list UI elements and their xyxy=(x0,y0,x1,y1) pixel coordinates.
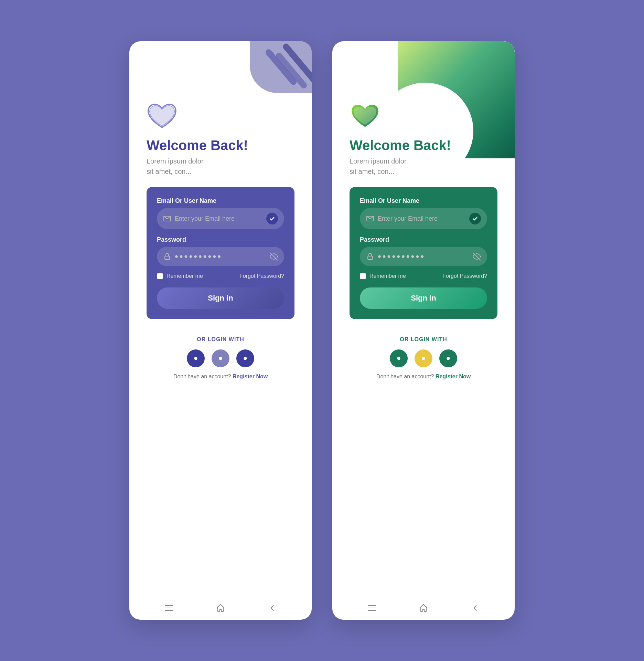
social-btn-1b[interactable] xyxy=(212,349,229,367)
email-check-2 xyxy=(469,213,481,224)
forgot-link-2[interactable]: Forgot Password? xyxy=(442,273,487,279)
form-panel-purple: Email Or User Name Password xyxy=(147,187,294,319)
social-btn-1a[interactable] xyxy=(187,349,205,367)
register-link-1[interactable]: Register Now xyxy=(233,374,268,379)
svg-point-13 xyxy=(397,357,400,360)
password-input-row-1: •••••••••• xyxy=(157,247,284,266)
menu-icon-1[interactable] xyxy=(164,603,174,613)
welcome-title-2: Welcome Back! xyxy=(350,138,497,153)
heart-icon-green xyxy=(350,103,380,131)
register-row-2: Don't have an account? Register Now xyxy=(350,374,497,380)
remember-checkbox-2[interactable] xyxy=(360,273,366,279)
back-icon-1[interactable] xyxy=(267,603,277,613)
register-link-2[interactable]: Register Now xyxy=(436,374,471,379)
svg-point-14 xyxy=(422,357,425,360)
envelope-icon-2 xyxy=(366,214,374,223)
form-panel-green: Email Or User Name Password xyxy=(350,187,497,319)
social-icons-2 xyxy=(350,349,497,367)
email-label-2: Email Or User Name xyxy=(360,197,487,204)
bottom-nav-1 xyxy=(129,596,312,620)
svg-point-15 xyxy=(447,357,450,360)
welcome-subtitle-2: Lorem ipsum dolorsit amet, con... xyxy=(350,156,497,177)
email-input-row-2 xyxy=(360,208,487,229)
email-label-1: Email Or User Name xyxy=(157,197,284,204)
password-dots-1: •••••••••• xyxy=(175,252,266,261)
signin-button-1[interactable]: Sign in xyxy=(157,287,284,309)
svg-point-4 xyxy=(219,357,222,360)
phone-card-green: Welcome Back! Lorem ipsum dolorsit amet,… xyxy=(332,41,515,620)
lock-icon-2 xyxy=(366,252,374,261)
forgot-link-1[interactable]: Forgot Password? xyxy=(239,273,284,279)
password-label-2: Password xyxy=(360,236,487,243)
remember-row-2: Remember me Forgot Password? xyxy=(360,273,487,279)
back-icon-2[interactable] xyxy=(470,603,480,613)
signin-button-2[interactable]: Sign in xyxy=(360,287,487,309)
register-text-1: Don't have an account? xyxy=(173,374,231,379)
heart-icon xyxy=(147,103,178,131)
welcome-subtitle-1: Lorem ipsum dolorsit amet, con... xyxy=(147,156,294,177)
or-login-label-2: OR LOGIN WITH xyxy=(350,336,497,343)
home-icon-1[interactable] xyxy=(216,603,225,613)
home-icon-2[interactable] xyxy=(419,603,428,613)
social-btn-2b[interactable] xyxy=(415,349,432,367)
or-login-label-1: OR LOGIN WITH xyxy=(147,336,294,343)
email-input-1[interactable] xyxy=(175,215,263,222)
password-input-row-2: •••••••••• xyxy=(360,247,487,266)
bottom-nav-2 xyxy=(332,596,515,620)
remember-row-1: Remember me Forgot Password? xyxy=(157,273,284,279)
svg-point-5 xyxy=(244,357,247,360)
svg-rect-11 xyxy=(368,256,373,260)
lock-icon-1 xyxy=(163,252,171,261)
email-input-2[interactable] xyxy=(378,215,466,222)
register-text-2: Don't have an account? xyxy=(376,374,434,379)
social-icons-1 xyxy=(147,349,294,367)
email-check-1 xyxy=(266,213,278,224)
password-dots-2: •••••••••• xyxy=(378,252,469,261)
email-input-row-1 xyxy=(157,208,284,229)
svg-point-3 xyxy=(194,357,197,360)
toggle-password-1[interactable] xyxy=(270,252,278,261)
social-btn-1c[interactable] xyxy=(236,349,254,367)
remember-label-1: Remember me xyxy=(167,273,203,279)
welcome-title-1: Welcome Back! xyxy=(147,138,294,153)
phone-card-purple: Welcome Back! Lorem ipsum dolorsit amet,… xyxy=(129,41,312,620)
toggle-password-2[interactable] xyxy=(473,252,481,261)
menu-icon-2[interactable] xyxy=(367,603,377,613)
social-btn-2a[interactable] xyxy=(390,349,408,367)
register-row-1: Don't have an account? Register Now xyxy=(147,374,294,380)
svg-rect-1 xyxy=(165,256,170,260)
envelope-icon-1 xyxy=(163,214,171,223)
password-label-1: Password xyxy=(157,236,284,243)
remember-label-2: Remember me xyxy=(369,273,406,279)
social-btn-2c[interactable] xyxy=(439,349,457,367)
remember-checkbox-1[interactable] xyxy=(157,273,163,279)
